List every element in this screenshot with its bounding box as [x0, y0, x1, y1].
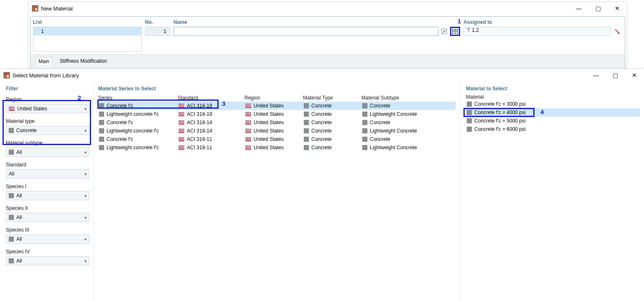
- material-subtype-value: All: [16, 149, 22, 155]
- material-row[interactable]: Concrete f'c = 4000 psi: [466, 108, 640, 117]
- material-header: Material to Select: [466, 86, 640, 92]
- swatch-icon: [304, 128, 309, 133]
- app-icon: [32, 5, 38, 12]
- standard-value: All: [9, 171, 14, 177]
- assigned-input[interactable]: ⊤ 1,2: [463, 27, 611, 36]
- minimize-button[interactable]: —: [569, 2, 588, 15]
- species4-combo[interactable]: All ▾: [6, 256, 89, 265]
- material-subtype-combo[interactable]: All ▾: [6, 148, 89, 157]
- species1-label: Species I: [6, 184, 89, 189]
- swatch-icon: [467, 102, 472, 107]
- maximize-button[interactable]: ▢: [588, 2, 608, 15]
- edit-icon[interactable]: [439, 27, 449, 36]
- swatch-icon: [362, 103, 367, 108]
- filter-panel: Filter 2 Region United States ▾ Material…: [0, 82, 94, 301]
- series-row[interactable]: Lightweight concrete f'c ACI 318-11 Unit…: [98, 143, 456, 152]
- flag-icon: [245, 137, 251, 141]
- list-item[interactable]: 1: [33, 27, 141, 36]
- swatch-icon: [99, 103, 104, 108]
- name-input[interactable]: [173, 27, 438, 36]
- no-value: 1: [145, 27, 170, 36]
- swatch-icon: [467, 127, 472, 132]
- series-row[interactable]: Concrete f'c ACI 318-14 United States Co…: [98, 118, 456, 127]
- flag-icon: [245, 129, 251, 133]
- list-body: 1: [33, 27, 142, 52]
- list-label: List: [33, 19, 142, 25]
- standard-combo[interactable]: All ▾: [6, 169, 89, 179]
- maximize-button[interactable]: ▢: [606, 69, 625, 82]
- series-subtype: Concrete: [370, 103, 390, 109]
- species4-value: All: [16, 258, 22, 264]
- close-button[interactable]: ✕: [625, 69, 644, 82]
- swatch-icon: [99, 137, 104, 142]
- titlebar: Select Material from Library — ▢ ✕: [0, 69, 644, 82]
- pick-icon[interactable]: [612, 27, 622, 36]
- series-name: Concrete f'c: [107, 103, 133, 109]
- series-row[interactable]: Lightweight concrete f'c ACI 318-14 Unit…: [98, 127, 456, 135]
- no-panel: No. 1: [145, 19, 170, 52]
- list-panel: List 1: [33, 19, 142, 52]
- series-region: United States: [254, 103, 284, 109]
- series-row[interactable]: Concrete f'c ACI 318-19 United States Co…: [98, 102, 456, 110]
- col-region: Region: [244, 95, 303, 101]
- material-panel: Material to Select Material 4 Concrete f…: [460, 82, 644, 301]
- series-mtype: Concrete: [311, 103, 332, 109]
- flag-icon: [178, 104, 184, 108]
- filter-header: Filter: [6, 86, 89, 92]
- chevron-down-icon: ▾: [84, 259, 87, 263]
- swatch-icon: [362, 128, 367, 133]
- chevron-down-icon: ▾: [84, 194, 87, 198]
- material-row[interactable]: Concrete f'c = 3000 psi: [466, 100, 640, 108]
- content-2: Filter 2 Region United States ▾ Material…: [0, 82, 644, 301]
- assigned-label: Assigned to: [463, 19, 622, 25]
- material-type-label: Material type: [6, 118, 89, 124]
- swatch-icon: [99, 120, 104, 125]
- swatch-icon: [362, 112, 367, 117]
- top-row: List 1 No. 1 Name: [31, 17, 625, 54]
- species3-value: All: [16, 236, 22, 242]
- chevron-down-icon: ▾: [84, 237, 87, 242]
- close-button[interactable]: ✕: [608, 2, 627, 15]
- svg-rect-2: [35, 8, 37, 10]
- species2-value: All: [16, 214, 22, 220]
- swatch-icon: [362, 120, 367, 125]
- swatch-icon: [9, 215, 14, 220]
- species3-combo[interactable]: All ▾: [6, 235, 89, 244]
- window-buttons: — ▢ ✕: [569, 2, 627, 15]
- titlebar: New Material — ▢ ✕: [28, 2, 627, 15]
- flag-icon: [245, 145, 251, 150]
- flag-icon: [178, 120, 184, 125]
- tab-main[interactable]: Main: [36, 57, 52, 65]
- region-label: Region: [6, 97, 89, 102]
- svg-rect-1: [33, 6, 35, 8]
- swatch-icon: [304, 145, 309, 150]
- name-label: Name: [173, 19, 460, 25]
- series-header: Material Series to Select: [98, 86, 456, 92]
- minimize-button[interactable]: —: [586, 69, 606, 82]
- flag-icon: [245, 104, 251, 108]
- assigned-panel: Assigned to ⊤ 1,2: [463, 19, 622, 52]
- new-material-window: New Material — ▢ ✕ List 1 No. 1 Name: [28, 2, 627, 69]
- species1-combo[interactable]: All ▾: [6, 191, 89, 200]
- species1-value: All: [16, 193, 22, 199]
- region-value: United States: [17, 106, 47, 112]
- material-type-combo[interactable]: Concrete ▾: [6, 126, 89, 135]
- swatch-icon: [9, 258, 14, 263]
- material-row[interactable]: Concrete f'c = 6000 psi: [466, 125, 640, 133]
- chevron-down-icon: ▾: [84, 172, 87, 176]
- species2-combo[interactable]: All ▾: [6, 213, 89, 222]
- series-row[interactable]: Lightweight concrete f'c ACI 318-19 Unit…: [98, 110, 456, 118]
- swatch-icon: [9, 150, 14, 155]
- chevron-down-icon: ▾: [84, 107, 87, 111]
- species4-label: Species IV: [6, 249, 89, 255]
- svg-rect-6: [7, 75, 9, 77]
- region-combo[interactable]: United States ▾: [6, 104, 89, 113]
- swatch-icon: [467, 118, 472, 123]
- species2-label: Species II: [6, 205, 89, 211]
- material-row[interactable]: Concrete f'c = 5000 psi: [466, 117, 640, 125]
- swatch-icon: [304, 120, 309, 125]
- series-row[interactable]: Concrete f'c ACI 318-11 United States Co…: [98, 135, 456, 143]
- flag-icon: [178, 112, 184, 116]
- tab-stiffness[interactable]: Stiffness Modification: [57, 57, 109, 65]
- library-icon[interactable]: [450, 27, 460, 36]
